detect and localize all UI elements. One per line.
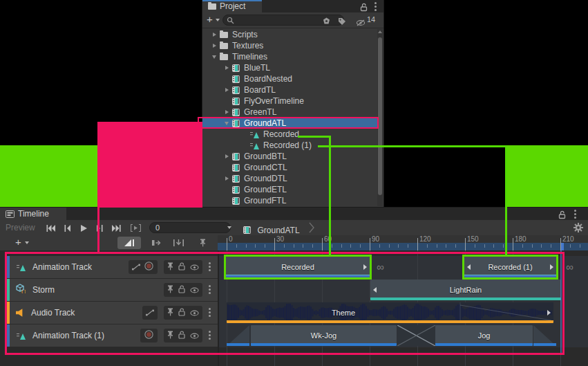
hidden-count-eye-icon[interactable] [356,17,366,29]
tree-item-recorded-1[interactable]: Recorded (1) [202,140,377,151]
frame-field-caret-icon[interactable] [227,226,231,229]
eye-icon[interactable] [190,306,199,319]
search-by-type-icon[interactable] [322,16,331,28]
track-options-bar: + [0,235,218,251]
track-header-animation-track[interactable]: Animation Track [7,256,218,278]
tree-item-groundetl[interactable]: GroundETL [202,184,377,195]
kebab-menu-icon[interactable] [574,210,576,212]
clip-jog[interactable]: Jog [435,325,533,346]
project-scrollbar[interactable] [377,29,383,206]
clip-crossfade[interactable] [397,325,435,346]
clip-wk-jog[interactable]: Wk-Jog [251,325,397,346]
active-tab-indicator [202,0,262,1]
kebab-menu-icon[interactable] [209,285,211,287]
animation-track-icon [17,332,26,340]
header-splitter[interactable] [218,250,219,366]
lock-icon[interactable] [178,329,186,342]
next-frame-button[interactable] [93,223,107,233]
ripple-mode-button[interactable] [146,237,166,249]
kebab-menu-icon[interactable] [209,331,211,333]
pin-icon[interactable] [194,237,211,249]
kebab-menu-icon[interactable] [374,2,377,4]
tree-item-greentl[interactable]: GreenTL [202,107,377,118]
chevron-right-icon [225,110,229,114]
track-header-animation-track-1[interactable]: Animation Track (1) [7,324,218,347]
tree-item-scripts[interactable]: Scripts [202,29,377,40]
search-by-label-icon[interactable] [338,16,346,28]
scrollbar-thumb[interactable] [378,37,382,195]
track-button-group [164,260,202,274]
curves-toggle-icon[interactable] [146,306,154,319]
timeline-asset-icon [232,164,240,172]
mix-mode-button[interactable] [117,237,141,249]
clip-theme[interactable]: Theme [227,302,553,323]
pin-icon[interactable] [167,284,173,296]
tree-item-bluetl[interactable]: BlueTL [202,62,377,73]
tree-item-groundbtl[interactable]: GroundBTL [202,151,377,162]
tree-item-timelines[interactable]: Timelines [202,51,377,62]
animation-track-icon [17,264,26,271]
previous-frame-button[interactable] [60,223,75,233]
clip-recorded[interactable]: Recorded [226,257,370,277]
project-toolbar: + 14 [202,12,383,28]
tree-item-groundctl[interactable]: GroundCTL [202,162,377,173]
tab-project[interactable]: Project [202,0,262,12]
ruler-minor-tick [570,244,571,248]
clip-extend-right-icon [363,264,367,270]
eye-icon[interactable] [190,284,199,296]
hidden-count: 14 [367,15,375,24]
record-button-icon[interactable] [144,261,154,274]
replace-mode-button[interactable] [169,237,188,249]
ruler-major-tick [560,238,561,250]
track-header-storm[interactable]: {} Storm [7,279,218,301]
lock-icon[interactable] [178,306,186,319]
add-track-button[interactable]: + [15,236,21,248]
eye-icon[interactable] [190,329,199,342]
ruler-minor-tick [522,244,523,248]
play-button[interactable] [76,223,91,233]
breadcrumb[interactable]: GroundATL [243,223,300,236]
search-icon [227,17,234,24]
curves-toggle-icon[interactable] [132,261,140,273]
preview-toggle[interactable]: Preview [6,223,35,232]
go-to-start-button[interactable] [43,223,59,233]
tree-item-boardnested[interactable]: BoardNested [202,73,377,84]
tree-item-recorded[interactable]: Recorded [202,129,377,140]
pin-icon[interactable] [167,329,173,342]
current-frame-field[interactable]: 0 [149,222,231,233]
clip-lightrain[interactable]: LightRain [370,280,561,300]
kebab-menu-icon[interactable] [209,262,211,264]
tree-item-textures[interactable]: Textures [202,40,377,51]
chevron-right-icon [213,44,216,48]
track-header-audio-track[interactable]: Audio Track [7,302,218,324]
ramp-stripe [227,343,249,346]
breadcrumb-label: GroundATL [257,226,299,235]
add-asset-caret-icon[interactable] [216,19,220,21]
lock-icon[interactable] [178,284,186,296]
track-button-group [164,306,202,320]
tree-item-boardtl[interactable]: BoardTL [202,84,377,95]
tree-item-groundatl[interactable]: GroundATL [202,118,377,129]
scroll-up-icon[interactable] [378,30,382,33]
add-asset-button[interactable]: + [207,13,213,25]
ruler-minor-tick [265,244,265,248]
pin-icon[interactable] [167,306,173,319]
tree-item-grounddtl[interactable]: GroundDTL [202,173,377,184]
tree-item-flyovertimeline[interactable]: FlyOverTimeline [202,95,377,107]
add-track-caret-icon[interactable] [25,241,29,244]
record-button-icon[interactable] [144,329,154,342]
tab-timeline[interactable]: Timeline [0,208,66,220]
play-range-button[interactable] [127,223,144,233]
clip-recorded-1[interactable]: Recorded (1) [464,257,556,277]
time-ruler[interactable]: 0306090120150180210 [218,235,588,250]
lock-icon[interactable] [178,261,186,273]
gear-icon[interactable] [573,223,583,235]
timeline-asset-icon [232,75,240,83]
eye-icon[interactable] [190,261,199,273]
ruler-minor-tick [236,244,237,248]
go-to-end-button[interactable] [108,223,124,233]
pin-icon[interactable] [167,261,173,273]
kebab-menu-icon[interactable] [209,308,211,310]
timeline-asset-icon [232,64,240,72]
tree-item-groundftl[interactable]: GroundFTL [202,195,377,206]
